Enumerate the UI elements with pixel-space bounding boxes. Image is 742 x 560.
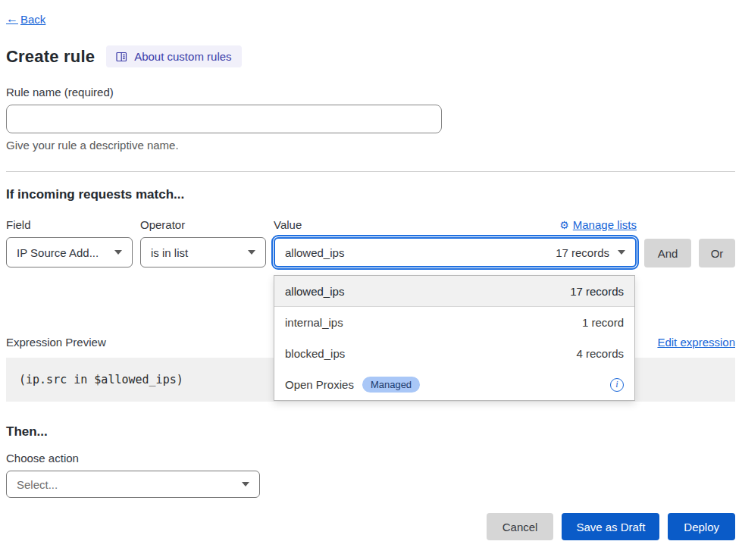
- section-divider: [6, 171, 735, 172]
- manage-lists-link[interactable]: ⚙ Manage lists: [559, 218, 637, 231]
- open-proxies-name-group: Open Proxies Managed: [285, 377, 420, 393]
- expression-preview-label: Expression Preview: [6, 336, 106, 349]
- operator-column: Operator is in list: [140, 218, 266, 267]
- operator-select[interactable]: is in list: [140, 237, 266, 267]
- match-section-heading: If incoming requests match...: [6, 187, 735, 202]
- deploy-button[interactable]: Deploy: [668, 513, 735, 540]
- rule-name-helper: Give your rule a descriptive name.: [6, 139, 735, 152]
- back-arrow-icon: ←: [6, 12, 18, 26]
- field-select-value: IP Source Add...: [17, 246, 99, 259]
- field-label: Field: [6, 218, 133, 231]
- choose-action-label: Choose action: [6, 452, 735, 465]
- action-select[interactable]: Select...: [6, 471, 260, 498]
- rule-name-input[interactable]: [6, 105, 442, 133]
- chevron-down-icon: [242, 482, 249, 486]
- info-icon[interactable]: i: [610, 378, 624, 392]
- chevron-down-icon: [618, 250, 625, 255]
- edit-expression-link[interactable]: Edit expression: [657, 336, 735, 349]
- back-link-label: Back: [20, 13, 45, 26]
- field-column: Field IP Source Add...: [6, 218, 133, 267]
- value-select[interactable]: allowed_ips 17 records: [274, 237, 637, 267]
- condition-row: Field IP Source Add... Operator is in li…: [6, 218, 735, 267]
- dropdown-item-open-proxies[interactable]: Open Proxies Managed i: [274, 369, 634, 400]
- and-button[interactable]: And: [644, 239, 691, 267]
- dropdown-item-internal-ips[interactable]: internal_ips 1 record: [274, 307, 634, 338]
- list-name: internal_ips: [285, 316, 343, 329]
- value-select-wrap: allowed_ips 17 records allowed_ips 17 re…: [274, 237, 637, 267]
- cancel-button[interactable]: Cancel: [487, 513, 554, 540]
- operator-label: Operator: [140, 218, 266, 231]
- chevron-down-icon: [114, 250, 122, 255]
- list-name: allowed_ips: [285, 285, 344, 298]
- book-icon: [116, 52, 127, 62]
- list-name: Open Proxies: [285, 378, 354, 391]
- value-column: Value ⚙ Manage lists allowed_ips 17 reco…: [274, 218, 637, 267]
- gear-icon: ⚙: [559, 220, 569, 230]
- dropdown-item-allowed-ips[interactable]: allowed_ips 17 records: [274, 276, 634, 307]
- field-select[interactable]: IP Source Add...: [6, 237, 133, 267]
- managed-badge: Managed: [362, 377, 420, 393]
- list-meta: 4 records: [576, 347, 624, 360]
- title-row: Create rule About custom rules: [6, 45, 735, 67]
- operator-select-value: is in list: [151, 246, 188, 259]
- value-select-name: allowed_ips: [285, 246, 344, 259]
- back-link[interactable]: ←Back: [6, 12, 45, 26]
- action-select-placeholder: Select...: [17, 478, 58, 491]
- list-name: blocked_ips: [285, 347, 345, 360]
- value-select-meta: 17 records: [556, 246, 609, 259]
- save-as-draft-button[interactable]: Save as Draft: [562, 513, 659, 540]
- list-meta: 17 records: [570, 285, 624, 298]
- footer-actions: Cancel Save as Draft Deploy: [6, 513, 735, 540]
- chevron-down-icon: [248, 250, 255, 255]
- then-section-heading: Then...: [6, 424, 735, 440]
- dropdown-item-blocked-ips[interactable]: blocked_ips 4 records: [274, 338, 634, 369]
- about-badge-label: About custom rules: [134, 50, 231, 63]
- manage-lists-label: Manage lists: [573, 218, 637, 231]
- value-dropdown: allowed_ips 17 records internal_ips 1 re…: [274, 275, 635, 401]
- list-meta: 1 record: [582, 316, 624, 329]
- or-button[interactable]: Or: [699, 239, 735, 267]
- about-custom-rules-link[interactable]: About custom rules: [106, 45, 241, 67]
- page-title: Create rule: [6, 47, 95, 67]
- rule-name-label: Rule name (required): [6, 86, 735, 99]
- value-label: Value: [274, 218, 302, 231]
- value-select-right: 17 records: [556, 246, 625, 259]
- value-label-row: Value ⚙ Manage lists: [274, 218, 637, 231]
